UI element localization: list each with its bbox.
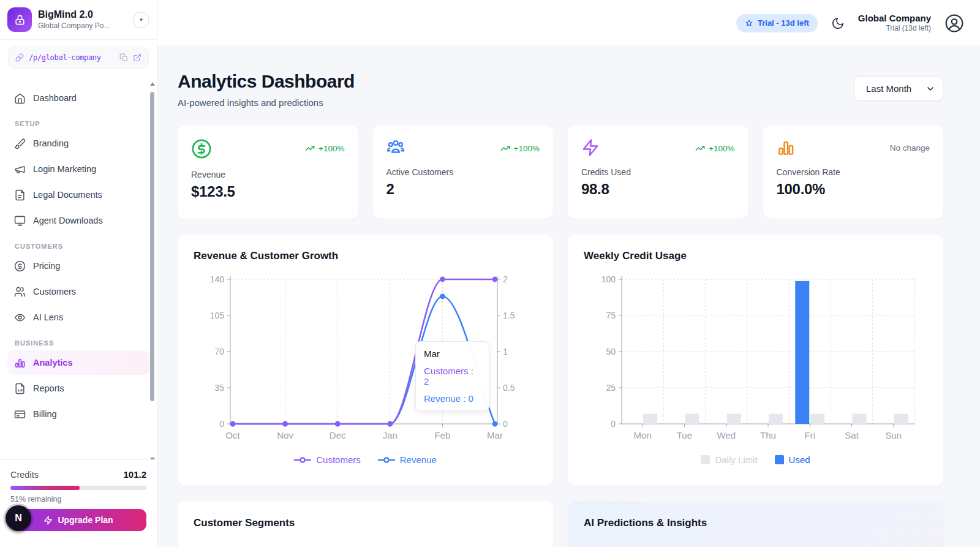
stat-delta: +100% bbox=[695, 143, 734, 153]
scrollbar-up-arrow[interactable] bbox=[150, 82, 155, 86]
portal-url: /p/global-company bbox=[29, 53, 115, 62]
sidebar-scrollbar[interactable] bbox=[149, 82, 156, 461]
credits-label: Credits bbox=[10, 470, 39, 480]
legend-item-used[interactable]: Used bbox=[775, 455, 810, 465]
trending-up-icon bbox=[695, 143, 705, 153]
bar-chart-legend: Daily LimitUsed bbox=[584, 455, 927, 465]
tooltip-line-revenue: Revenue : 0 bbox=[424, 393, 481, 404]
trial-badge[interactable]: Trial - 13d left bbox=[736, 14, 818, 32]
megaphone-icon bbox=[14, 164, 26, 175]
sidebar-nav: DashboardSETUPBrandingLogin MarketingLeg… bbox=[0, 80, 157, 459]
sidebar-item-billing[interactable]: Billing bbox=[7, 402, 149, 426]
ai-predictions-card: AI Predictions & Insights bbox=[568, 501, 943, 547]
bar-chart-svg: 0255075100MonTueWedThuFriSatSun bbox=[584, 272, 927, 451]
dark-mode-toggle[interactable] bbox=[831, 17, 845, 30]
scrollbar-thumb[interactable] bbox=[150, 92, 154, 401]
stat-value: $123.5 bbox=[191, 183, 345, 200]
stat-delta: No change bbox=[890, 143, 930, 153]
floating-widget-button[interactable]: N bbox=[6, 505, 31, 531]
sidebar-item-label: Branding bbox=[33, 138, 69, 148]
stat-value: 100.0% bbox=[777, 181, 930, 198]
copy-icon[interactable] bbox=[119, 53, 128, 62]
stat-delta-label: No change bbox=[890, 143, 930, 153]
brush-icon bbox=[14, 138, 26, 149]
page-title: Analytics Dashboard bbox=[178, 71, 355, 92]
stat-value: 98.8 bbox=[581, 181, 735, 198]
widget-logo: N bbox=[15, 513, 22, 524]
legend-label: Customers bbox=[316, 455, 361, 465]
trial-badge-label: Trial - 13d left bbox=[758, 18, 809, 28]
svg-text:1: 1 bbox=[503, 347, 508, 356]
sidebar-item-login-marketing[interactable]: Login Marketing bbox=[7, 157, 149, 181]
credit-usage-chart[interactable]: 0255075100MonTueWedThuFriSatSun bbox=[584, 272, 927, 453]
stat-label: Conversion Rate bbox=[777, 167, 930, 177]
sidebar-item-analytics[interactable]: Analytics bbox=[7, 350, 149, 375]
monitor-icon bbox=[14, 215, 26, 227]
legend-item-customers[interactable]: Customers bbox=[294, 455, 361, 465]
stat-label: Active Customers bbox=[386, 167, 540, 177]
stat-card-active-customers: +100%Active Customers2 bbox=[373, 126, 554, 219]
portal-url-chip[interactable]: /p/global-company bbox=[8, 47, 149, 69]
stat-card-conversion-rate: No changeConversion Rate100.0% bbox=[763, 126, 944, 219]
chart-tooltip: Mar Customers : 2 Revenue : 0 bbox=[415, 341, 489, 411]
sidebar-item-label: Customers bbox=[33, 287, 76, 296]
svg-text:140: 140 bbox=[210, 274, 225, 284]
legend-marker bbox=[294, 456, 311, 464]
sidebar-item-pricing[interactable]: Pricing bbox=[7, 254, 149, 278]
stat-card-credits-used: +100%Credits Used98.8 bbox=[568, 126, 748, 219]
sidebar-item-ai-lens[interactable]: AI Lens bbox=[7, 305, 149, 330]
svg-text:2: 2 bbox=[503, 274, 508, 284]
account-name: Global Company bbox=[858, 13, 931, 25]
date-range-value: Last Month bbox=[866, 83, 911, 94]
date-range-select[interactable]: Last Month bbox=[854, 76, 943, 101]
page-subtitle: AI-powered insights and predictions bbox=[178, 97, 355, 108]
sidebar-item-branding[interactable]: Branding bbox=[7, 131, 149, 156]
account-menu[interactable]: Global Company Trial (13d left) bbox=[858, 13, 931, 34]
sidebar-item-label: Billing bbox=[33, 409, 57, 419]
sidebar-item-label: Reports bbox=[33, 383, 64, 393]
svg-text:Feb: Feb bbox=[434, 430, 450, 440]
svg-text:75: 75 bbox=[606, 311, 616, 320]
sidebar-item-dashboard[interactable]: Dashboard bbox=[7, 86, 149, 110]
svg-text:50: 50 bbox=[606, 347, 616, 356]
sidebar-header: BigMind 2.0 Global Company Po... bbox=[0, 0, 157, 40]
bottom-grid: Customer Segments AI Predictions & Insig… bbox=[178, 501, 943, 547]
legend-item-revenue[interactable]: Revenue bbox=[378, 455, 437, 465]
sidebar-item-label: Analytics bbox=[33, 358, 72, 368]
sidebar-item-customers[interactable]: Customers bbox=[7, 279, 149, 304]
trending-up-icon bbox=[305, 143, 315, 153]
sidebar-item-label: Login Marketing bbox=[33, 164, 96, 174]
stat-delta: +100% bbox=[500, 143, 540, 153]
stat-label: Credits Used bbox=[581, 167, 735, 177]
customer-segments-title: Customer Segments bbox=[194, 517, 537, 529]
customer-segments-card: Customer Segments bbox=[178, 501, 553, 547]
collapse-sidebar-button[interactable] bbox=[133, 12, 149, 28]
credits-progress-track bbox=[10, 486, 146, 490]
credits-panel: Credits 101.2 51% remaining Upgrade Plan bbox=[0, 459, 157, 547]
line-chart-legend: CustomersRevenue bbox=[194, 455, 537, 465]
topbar: Trial - 13d left Global Company Trial (1… bbox=[157, 0, 980, 47]
bar-chart-icon bbox=[14, 357, 26, 369]
bar-chart-icon bbox=[777, 138, 795, 157]
svg-text:Wed: Wed bbox=[717, 430, 736, 440]
file-text-icon bbox=[14, 189, 26, 201]
app-logo bbox=[7, 7, 32, 32]
zap-icon bbox=[581, 138, 600, 157]
sidebar-item-agent-downloads[interactable]: Agent Downloads bbox=[7, 208, 149, 233]
users-icon bbox=[14, 286, 26, 298]
main-content: Analytics Dashboard AI-powered insights … bbox=[157, 47, 980, 547]
bar-chart-title: Weekly Credit Usage bbox=[584, 250, 927, 262]
revenue-growth-chart[interactable]: 0357010514000.511.52OctNovDecJanFebMar M… bbox=[194, 272, 537, 453]
legend-item-daily-limit[interactable]: Daily Limit bbox=[701, 455, 757, 465]
sidebar: BigMind 2.0 Global Company Po... /p/glob… bbox=[0, 0, 157, 547]
home-icon bbox=[14, 92, 26, 104]
revenue-growth-card: Revenue & Customer Growth 0357010514000.… bbox=[178, 235, 553, 486]
app-name: BigMind 2.0 bbox=[38, 9, 127, 21]
svg-text:100: 100 bbox=[601, 274, 616, 284]
sidebar-item-reports[interactable]: Reports bbox=[7, 376, 149, 401]
stat-delta-label: +100% bbox=[514, 144, 540, 153]
avatar[interactable] bbox=[944, 13, 964, 33]
star-icon bbox=[745, 19, 753, 28]
sidebar-item-legal-documents[interactable]: Legal Documents bbox=[7, 183, 149, 207]
external-link-icon[interactable] bbox=[133, 53, 141, 62]
